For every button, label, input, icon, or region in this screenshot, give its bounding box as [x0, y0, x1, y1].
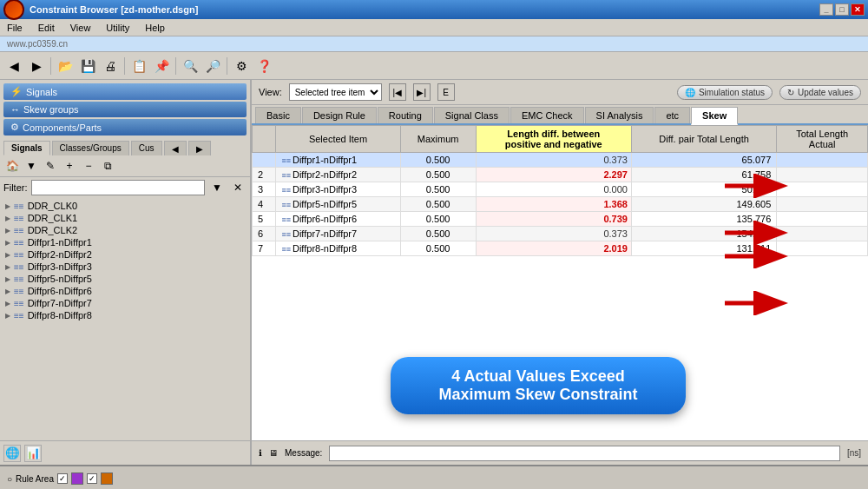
rule-checkbox-2[interactable]: ✓: [87, 473, 97, 484]
filter-dropdown[interactable]: ▼: [208, 179, 226, 196]
cell-max: 0.500: [400, 227, 476, 241]
signal-icon: ≡≡: [14, 311, 24, 320]
save-button[interactable]: 💾: [77, 56, 98, 76]
forward-button[interactable]: ▶: [26, 56, 47, 76]
nav-components[interactable]: ⚙ Components/Parts: [3, 119, 247, 135]
table-row[interactable]: ≡≡Diffpr1-nDiffpr1 0.500 0.373 65.077: [253, 153, 868, 168]
menu-file[interactable]: File: [3, 22, 26, 34]
bottom-bar: ○ Rule Area ✓ ✓: [0, 465, 868, 489]
nav-skew-groups[interactable]: ↔ Skew groups: [3, 102, 247, 117]
view-select[interactable]: Selected tree item: [289, 83, 382, 101]
tree-item-diffpr3[interactable]: ▶ ≡≡ Diffpr3-nDiffpr3: [2, 261, 248, 273]
main-toolbar: ◀ ▶ 📂 💾 🖨 📋 📌 🔍 🔎 ⚙ ❓: [0, 52, 868, 80]
col-num: [253, 126, 276, 153]
tab-classes-groups[interactable]: Classes/Groups: [52, 141, 129, 155]
view-btn-1[interactable]: |◀: [389, 83, 406, 101]
view-btn-3[interactable]: E: [437, 83, 455, 101]
tree-navigation: ⚡ Signals ↔ Skew groups ⚙ Components/Par…: [0, 80, 250, 139]
update-values-button[interactable]: ↻ Update values: [779, 85, 861, 100]
view-btn-2[interactable]: ▶|: [413, 83, 431, 101]
tab-basic[interactable]: Basic: [255, 107, 301, 123]
cell-total: 50.676: [631, 182, 776, 197]
menu-view[interactable]: View: [67, 22, 95, 34]
tree-item-diffpr8[interactable]: ▶ ≡≡ Diffpr8-nDiffpr8: [2, 309, 248, 321]
cell-num: 5: [253, 212, 276, 227]
cell-total: 154.968: [631, 227, 776, 241]
simulation-status-button[interactable]: 🌐 Simulation status: [677, 85, 773, 100]
tab-emc-check[interactable]: EMC Check: [510, 107, 584, 123]
rule-checkbox-1[interactable]: ✓: [57, 473, 68, 484]
tab-routing[interactable]: Routing: [378, 107, 433, 123]
tab-skew[interactable]: Skew: [691, 107, 738, 125]
tree-item-diffpr7[interactable]: ▶ ≡≡ Diffpr7-nDiffpr7: [2, 297, 248, 309]
message-input[interactable]: [329, 446, 840, 461]
menu-help[interactable]: Help: [141, 22, 168, 34]
view-label: View:: [259, 87, 282, 97]
print-button[interactable]: 🖨: [100, 56, 121, 76]
toolbar-sep-4: [227, 57, 227, 75]
filter-clear[interactable]: ✕: [229, 179, 247, 196]
paste-button[interactable]: 📌: [151, 56, 172, 76]
tree-item-diffpr1[interactable]: ▶ ≡≡ Diffpr1-nDiffpr1: [2, 236, 248, 248]
table-row[interactable]: 6 ≡≡Diffpr7-nDiffpr7 0.500 0.373 154.968: [253, 227, 868, 241]
settings-button[interactable]: ⚙: [231, 56, 252, 76]
filter-input[interactable]: [31, 180, 206, 195]
table-button[interactable]: 📊: [24, 445, 42, 462]
tree-item-label: Diffpr1-nDiffpr1: [28, 237, 92, 248]
menu-edit[interactable]: Edit: [35, 22, 58, 34]
table-row[interactable]: 4 ≡≡Diffpr5-nDiffpr5 0.500 1.368 149.605: [253, 197, 868, 212]
filter-label: Filter:: [3, 182, 28, 193]
expand-icon: ▶: [5, 227, 10, 235]
expand-icon: ▶: [5, 312, 10, 320]
cell-total: 61.758: [631, 168, 776, 182]
color-swatch-2: [101, 472, 113, 485]
open-button[interactable]: 📂: [55, 56, 76, 76]
message-icon: ℹ: [259, 448, 262, 458]
tab-si-analysis[interactable]: SI Analysis: [585, 107, 654, 123]
tab-arrow-right[interactable]: ▶: [188, 141, 211, 155]
add-button[interactable]: +: [61, 157, 78, 175]
filter-button[interactable]: ▼: [23, 157, 40, 175]
zoom-out-button[interactable]: 🔎: [202, 56, 223, 76]
sim-label: Simulation status: [699, 88, 765, 97]
back-button[interactable]: ◀: [3, 56, 24, 76]
cell-diff: 1.368: [476, 197, 631, 212]
cell-max: 0.500: [400, 212, 476, 227]
home-button[interactable]: 🏠: [3, 157, 21, 175]
tab-signal-class[interactable]: Signal Class: [434, 107, 510, 123]
zoom-in-button[interactable]: 🔍: [180, 56, 201, 76]
minimize-button[interactable]: _: [819, 3, 833, 16]
tree-item-ddr-clk0[interactable]: ▶ ≡≡ DDR_CLK0: [2, 200, 248, 212]
help-button[interactable]: ❓: [253, 56, 274, 76]
edit-button[interactable]: ✎: [42, 157, 59, 175]
table-row[interactable]: 5 ≡≡Diffpr6-nDiffpr6 0.500 0.739 135.776: [253, 212, 868, 227]
copy-left-button[interactable]: ⧉: [99, 157, 116, 175]
cell-num: 2: [253, 168, 276, 182]
network-button[interactable]: 🌐: [3, 445, 21, 462]
tree-item-diffpr2[interactable]: ▶ ≡≡ Diffpr2-nDiffpr2: [2, 248, 248, 261]
close-button[interactable]: ✕: [851, 3, 865, 16]
tab-cus[interactable]: Cus: [131, 141, 162, 155]
nav-signals[interactable]: ⚡ Signals: [3, 83, 247, 100]
rule-area-radio[interactable]: ○: [7, 474, 12, 484]
tree-item-ddr-clk2[interactable]: ▶ ≡≡ DDR_CLK2: [2, 224, 248, 236]
copy-button[interactable]: 📋: [128, 56, 149, 76]
message-icon2: 🖥: [269, 448, 278, 458]
tab-signals[interactable]: Signals: [3, 141, 50, 155]
table-row[interactable]: 3 ≡≡Diffpr3-nDiffpr3 0.500 0.000 50.676: [253, 182, 868, 197]
main-layout: ⚡ Signals ↔ Skew groups ⚙ Components/Par…: [0, 80, 868, 465]
table-row[interactable]: 2 ≡≡Diffpr2-nDiffpr2 0.500 2.297 61.758: [253, 168, 868, 182]
tree-item-diffpr6[interactable]: ▶ ≡≡ Diffpr6-nDiffpr6: [2, 285, 248, 297]
tree-item-ddr-clk1[interactable]: ▶ ≡≡ DDR_CLK1: [2, 212, 248, 224]
menu-utility[interactable]: Utility: [102, 22, 133, 34]
maximize-button[interactable]: □: [835, 3, 849, 16]
tab-design-rule[interactable]: Design Rule: [302, 107, 377, 123]
remove-button[interactable]: −: [80, 157, 97, 175]
cell-actual: [777, 168, 868, 182]
tab-etc[interactable]: etc: [654, 107, 690, 123]
tree-item-diffpr5[interactable]: ▶ ≡≡ Diffpr5-nDiffpr5: [2, 273, 248, 285]
tab-arrow-left[interactable]: ◀: [164, 141, 187, 155]
cell-item: ≡≡Diffpr7-nDiffpr7: [276, 227, 400, 241]
callout-line1: 4 Actual Values Exceed: [408, 367, 668, 386]
table-row[interactable]: 7 ≡≡Diffpr8-nDiffpr8 0.500 2.019 131.211: [253, 241, 868, 256]
